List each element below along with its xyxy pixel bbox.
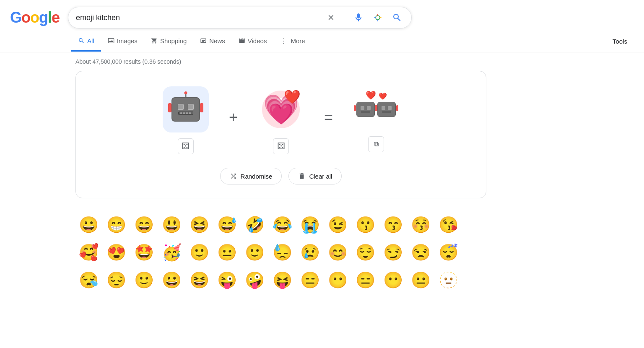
list-item[interactable]: 😐 <box>214 239 240 265</box>
nav-tabs: All Images Shopping News Videos ⋮ More T… <box>0 30 644 52</box>
list-item[interactable]: 😴 <box>435 239 461 265</box>
list-item[interactable]: 😘 <box>435 212 461 238</box>
tab-news[interactable]: News <box>193 31 232 52</box>
more-dots-icon: ⋮ <box>280 36 288 45</box>
search-icons: ✕ <box>326 11 404 24</box>
search-button[interactable] <box>390 11 404 24</box>
list-item[interactable]: 🙂 <box>186 239 212 265</box>
clear-label: Clear all <box>309 173 332 180</box>
list-item[interactable]: 😅 <box>214 212 240 238</box>
emoji-slot-2: 💗 ❤️ ⚄ <box>258 86 304 154</box>
tab-videos[interactable]: Videos <box>232 31 274 52</box>
list-item[interactable]: 😐 <box>408 267 434 293</box>
search-bar: ✕ <box>68 7 412 29</box>
list-item[interactable]: 😏 <box>380 239 406 265</box>
tab-all[interactable]: All <box>71 31 101 52</box>
dice-icon-1: ⚄ <box>182 141 190 152</box>
list-item[interactable]: 😶 <box>380 267 406 293</box>
list-item[interactable]: 😄 <box>131 212 157 238</box>
emoji-kitchen-card: ⚄ + 💗 ❤️ ⚄ = <box>75 71 486 198</box>
lens-icon <box>373 13 383 23</box>
list-item[interactable]: 😉 <box>325 212 351 238</box>
list-item[interactable]: 😓 <box>269 239 295 265</box>
plus-operator: + <box>229 109 238 126</box>
randomise-label: Randomise <box>241 173 273 180</box>
header: Google ✕ <box>0 0 644 29</box>
tab-images[interactable]: Images <box>101 31 144 52</box>
copy-button[interactable]: ⧉ <box>368 136 384 152</box>
videos-tab-icon <box>239 37 245 44</box>
list-item[interactable]: 🙂 <box>242 239 267 265</box>
voice-search-button[interactable] <box>352 11 365 24</box>
trash-icon <box>298 172 306 180</box>
list-item[interactable]: 😆 <box>186 212 212 238</box>
emoji-row-2: 🥰 😍 🤩 🥳 🙂 😐 🙂 😓 😢 😊 😌 😏 😒 😴 <box>75 239 486 265</box>
list-item[interactable]: 😑 <box>297 267 323 293</box>
list-item[interactable]: 🙂 <box>131 267 157 293</box>
list-item[interactable]: 😃 <box>158 212 184 238</box>
emoji-display-result[interactable]: ❤️ ❤️ <box>353 88 399 130</box>
list-item[interactable]: 😒 <box>408 239 434 265</box>
list-item[interactable]: 😂 <box>269 212 295 238</box>
list-item[interactable]: 😭 <box>297 212 323 238</box>
tab-news-label: News <box>209 37 225 44</box>
results-info: About 47,500,000 results (0.36 seconds) <box>0 52 644 71</box>
list-item[interactable]: 😀 <box>158 267 184 293</box>
list-item[interactable]: 😊 <box>325 239 351 265</box>
microphone-icon <box>353 13 364 23</box>
list-item[interactable]: 😶 <box>325 267 351 293</box>
emoji-slot-1: ⚄ <box>163 86 209 154</box>
emoji-grid: 😀 😁 😄 😃 😆 😅 🤣 😂 😭 😉 😗 😙 😚 😘 🥰 😍 🤩 🥳 🙂 😐 … <box>75 212 486 293</box>
list-item[interactable]: 😑 <box>352 267 378 293</box>
results-count: About 47,500,000 results (0.36 seconds) <box>75 58 181 65</box>
list-item[interactable]: 😆 <box>186 267 212 293</box>
list-item[interactable]: 🤪 <box>242 267 267 293</box>
emoji-display-robot[interactable] <box>163 86 209 132</box>
tab-more-label: More <box>291 37 305 44</box>
list-item[interactable]: 😔 <box>103 267 129 293</box>
list-item[interactable]: 😜 <box>214 267 240 293</box>
list-item[interactable]: 🤩 <box>131 239 157 265</box>
tab-images-label: Images <box>117 37 138 44</box>
search-tab-icon <box>78 37 85 44</box>
list-item[interactable]: 🥳 <box>158 239 184 265</box>
tools-button[interactable]: Tools <box>606 32 634 51</box>
list-item[interactable]: 😚 <box>408 212 434 238</box>
emoji-display-heart[interactable]: 💗 ❤️ <box>258 86 304 132</box>
list-item[interactable]: 😝 <box>269 267 295 293</box>
lens-search-button[interactable] <box>371 11 384 24</box>
list-item[interactable]: 😗 <box>352 212 378 238</box>
search-input[interactable] <box>76 13 326 22</box>
main-content: ⚄ + 💗 ❤️ ⚄ = <box>0 71 644 293</box>
list-item[interactable]: 😍 <box>103 239 129 265</box>
tab-all-label: All <box>87 37 94 44</box>
tab-videos-label: Videos <box>248 37 267 44</box>
list-item[interactable]: 🤣 <box>242 212 267 238</box>
list-item[interactable]: 🫥 <box>435 267 461 293</box>
clear-all-button[interactable]: Clear all <box>288 168 342 184</box>
dice-button-2[interactable]: ⚄ <box>273 138 289 154</box>
clear-search-button[interactable]: ✕ <box>326 11 336 24</box>
list-item[interactable]: 😢 <box>297 239 323 265</box>
copy-icon: ⧉ <box>374 140 379 148</box>
equals-operator: = <box>324 109 333 126</box>
emoji-slot-result: ❤️ ❤️ <box>353 88 399 152</box>
dice-button-1[interactable]: ⚄ <box>178 138 194 154</box>
tab-shopping[interactable]: Shopping <box>144 31 193 52</box>
list-item[interactable]: 😙 <box>380 212 406 238</box>
emoji-equation: ⚄ + 💗 ❤️ ⚄ = <box>93 86 469 154</box>
list-item[interactable]: 😌 <box>352 239 378 265</box>
dice-icon-2: ⚄ <box>277 141 285 152</box>
emoji-row-3: 😪 😔 🙂 😀 😆 😜 🤪 😝 😑 😶 😑 😶 😐 🫥 <box>75 267 486 293</box>
shopping-tab-icon <box>151 37 158 44</box>
list-item[interactable]: 😀 <box>75 212 101 238</box>
randomise-button[interactable]: Randomise <box>220 168 282 184</box>
images-tab-icon <box>108 37 114 44</box>
list-item[interactable]: 🥰 <box>75 239 101 265</box>
close-icon: ✕ <box>327 13 335 23</box>
list-item[interactable]: 😪 <box>75 267 101 293</box>
tab-shopping-label: Shopping <box>160 37 187 44</box>
tab-more[interactable]: ⋮ More <box>273 30 312 52</box>
emoji-row-1: 😀 😁 😄 😃 😆 😅 🤣 😂 😭 😉 😗 😙 😚 😘 <box>75 212 486 238</box>
list-item[interactable]: 😁 <box>103 212 129 238</box>
